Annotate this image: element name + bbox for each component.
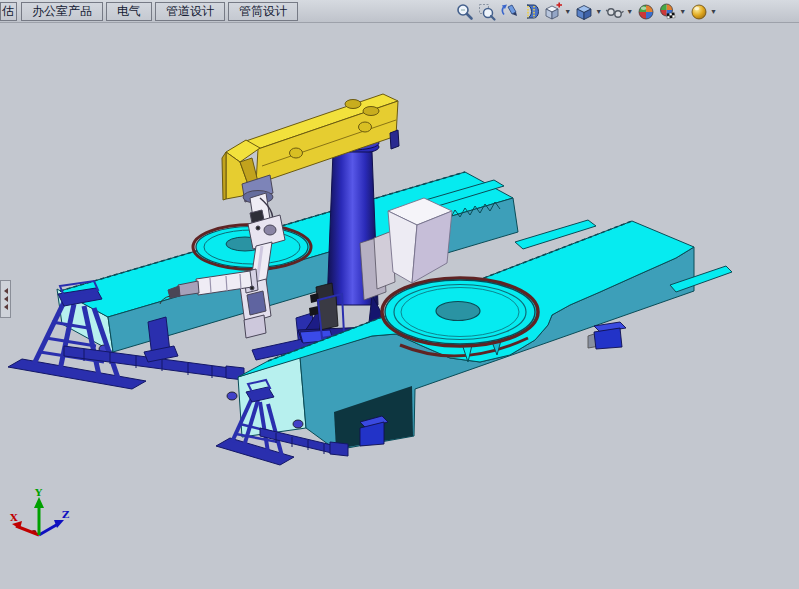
display-style-icon[interactable]	[574, 2, 594, 22]
tab-tubing-design[interactable]: 管筒设计	[228, 2, 298, 21]
hide-show-items-caret[interactable]: ▼	[626, 2, 633, 22]
white-wedge-bracket[interactable]	[388, 198, 452, 283]
tab-electrical[interactable]: 电气	[106, 2, 152, 21]
view-orientation-icon[interactable]	[543, 2, 563, 22]
tab-piping-design[interactable]: 管道设计	[155, 2, 225, 21]
tab-office-products[interactable]: 办公室产品	[21, 2, 103, 21]
reference-triad: X Y Z	[10, 487, 69, 535]
hide-show-items-icon[interactable]	[605, 2, 625, 22]
splitter-arrow-icon	[4, 304, 8, 310]
triad-x-label: X	[10, 512, 18, 523]
feature-tree-splitter-button[interactable]	[0, 280, 11, 318]
splitter-arrow-icon	[4, 288, 8, 294]
triad-y-label: Y	[34, 487, 43, 498]
heads-up-view-toolbar: ▼ ▼ ▼ ▼ ▼	[454, 2, 719, 22]
view-settings-caret[interactable]: ▼	[710, 2, 717, 22]
splitter-arrow-icon	[4, 296, 8, 302]
view-orientation-caret[interactable]: ▼	[564, 2, 571, 22]
view-settings-icon[interactable]	[689, 2, 709, 22]
apply-scene-icon[interactable]	[658, 2, 678, 22]
display-style-caret[interactable]: ▼	[595, 2, 602, 22]
3d-viewport[interactable]: X Y Z	[0, 23, 799, 589]
zoom-to-fit-icon[interactable]	[455, 2, 475, 22]
section-view-icon[interactable]	[521, 2, 541, 22]
gray-step-blocks[interactable]	[360, 231, 395, 300]
previous-view-icon[interactable]	[499, 2, 519, 22]
command-manager-toolbar: 估 办公室产品 电气 管道设计 管筒设计 ▼ ▼ ▼	[0, 0, 799, 23]
edit-appearance-icon[interactable]	[636, 2, 656, 22]
apply-scene-caret[interactable]: ▼	[679, 2, 686, 22]
tab-partial[interactable]: 估	[0, 2, 17, 21]
zoom-to-area-icon[interactable]	[477, 2, 497, 22]
model-canvas[interactable]: X Y Z	[0, 23, 799, 589]
triad-z-label: Z	[62, 509, 69, 520]
